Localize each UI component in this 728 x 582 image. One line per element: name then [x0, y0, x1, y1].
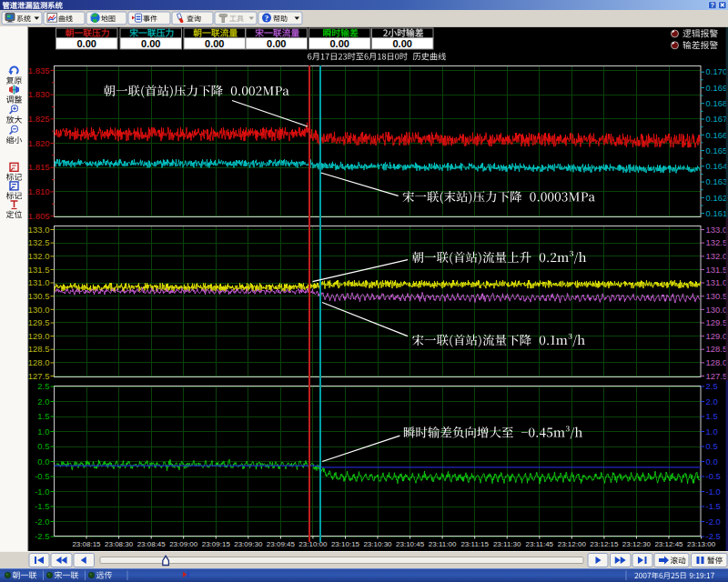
svg-text:0.165: 0.165: [706, 146, 728, 156]
svg-text:23:09:00: 23:09:00: [169, 540, 198, 548]
svg-text:0.170: 0.170: [706, 66, 728, 76]
svg-text:-1.0: -1.0: [706, 487, 721, 497]
svg-text:129.0: 129.0: [706, 331, 728, 341]
svg-text:130.5: 130.5: [706, 291, 728, 301]
svg-text:1.825: 1.825: [28, 114, 50, 124]
svg-text:23:12:15: 23:12:15: [590, 540, 619, 548]
svg-text:23:11:15: 23:11:15: [460, 540, 489, 548]
svg-text:131.0: 131.0: [706, 277, 728, 287]
svg-text:128.5: 128.5: [28, 344, 50, 354]
svg-text:23:08:30: 23:08:30: [105, 540, 134, 548]
svg-text:-0.5: -0.5: [706, 471, 721, 481]
svg-text:0.164: 0.164: [706, 161, 728, 171]
svg-text:2.0: 2.0: [706, 396, 718, 406]
svg-text:127.5: 127.5: [28, 371, 50, 381]
svg-text:-2.0: -2.0: [35, 517, 49, 527]
svg-text:23:10:15: 23:10:15: [331, 540, 360, 548]
svg-text:1.815: 1.815: [28, 162, 50, 172]
svg-text:131.0: 131.0: [28, 277, 50, 287]
svg-text:1.810: 1.810: [28, 186, 50, 196]
svg-text:23:08:45: 23:08:45: [137, 540, 167, 548]
svg-text:1.835: 1.835: [28, 65, 50, 75]
svg-text:23:10:00: 23:10:00: [298, 540, 328, 548]
svg-text:0.00: 0.00: [141, 38, 160, 49]
svg-text:-1.5: -1.5: [35, 501, 49, 511]
svg-text:130.0: 130.0: [706, 305, 728, 315]
svg-text:23:10:45: 23:10:45: [396, 540, 425, 548]
svg-text:?: ?: [265, 14, 269, 23]
svg-text:133.0: 133.0: [706, 225, 728, 235]
svg-text:23:11:30: 23:11:30: [493, 540, 521, 548]
svg-text:23:12:00: 23:12:00: [558, 540, 587, 548]
svg-text:23:11:00: 23:11:00: [429, 540, 457, 548]
svg-text:2.5: 2.5: [37, 381, 49, 391]
svg-text:1.5: 1.5: [37, 411, 49, 421]
svg-text:23:12:45: 23:12:45: [654, 540, 683, 548]
svg-text:0.161: 0.161: [706, 208, 728, 218]
svg-text:1.830: 1.830: [28, 89, 50, 99]
svg-text:0.0: 0.0: [706, 457, 718, 467]
svg-text:130.5: 130.5: [28, 291, 50, 301]
svg-text:23:10:30: 23:10:30: [363, 540, 392, 548]
svg-text:0.166: 0.166: [706, 130, 728, 140]
svg-text:128.0: 128.0: [28, 357, 50, 367]
svg-text:0.00: 0.00: [267, 38, 286, 49]
svg-text:1.805: 1.805: [28, 211, 50, 221]
svg-text:2.5: 2.5: [706, 381, 718, 391]
svg-text:132.0: 132.0: [706, 251, 728, 261]
svg-text:132.5: 132.5: [28, 237, 50, 247]
svg-text:132.0: 132.0: [28, 251, 50, 261]
svg-text:1.0: 1.0: [37, 426, 49, 436]
svg-text:-2.0: -2.0: [706, 517, 721, 527]
svg-text:1.5: 1.5: [706, 411, 718, 421]
svg-text:-1.5: -1.5: [706, 501, 721, 511]
svg-text:-2.5: -2.5: [35, 531, 49, 541]
svg-text:132.5: 132.5: [706, 237, 728, 247]
svg-text:127.5: 127.5: [706, 371, 728, 381]
svg-text:0.5: 0.5: [706, 441, 718, 451]
svg-text:23:13:00: 23:13:00: [687, 540, 716, 548]
svg-text:131.5: 131.5: [706, 265, 728, 275]
svg-text:128.0: 128.0: [706, 357, 728, 367]
svg-text:?: ?: [711, 1, 715, 9]
svg-text:0.162: 0.162: [706, 193, 728, 203]
svg-text:23:12:30: 23:12:30: [622, 540, 652, 548]
svg-text:129.5: 129.5: [706, 317, 728, 327]
svg-text:0.169: 0.169: [706, 83, 728, 93]
svg-text:129.5: 129.5: [28, 317, 50, 327]
svg-text:0.163: 0.163: [706, 176, 728, 186]
svg-text:0.00: 0.00: [76, 38, 96, 49]
svg-text:1.820: 1.820: [28, 138, 50, 148]
svg-text:0.00: 0.00: [205, 38, 224, 49]
svg-text:-0.5: -0.5: [35, 471, 49, 481]
svg-text:0.5: 0.5: [37, 441, 49, 451]
svg-text:23:08:15: 23:08:15: [72, 540, 101, 548]
svg-text:0.00: 0.00: [329, 38, 349, 49]
svg-text:0.168: 0.168: [706, 98, 728, 108]
svg-text:2.0: 2.0: [37, 396, 49, 406]
svg-text:23:09:30: 23:09:30: [234, 540, 263, 548]
svg-text:129.0: 129.0: [28, 331, 50, 341]
svg-text:0.167: 0.167: [706, 114, 728, 124]
svg-text:23:11:45: 23:11:45: [526, 540, 554, 548]
svg-text:23:09:45: 23:09:45: [267, 540, 296, 548]
svg-text:0.00: 0.00: [392, 38, 411, 49]
svg-text:128.5: 128.5: [706, 344, 728, 354]
svg-text:23:09:15: 23:09:15: [202, 540, 231, 548]
svg-text:1.0: 1.0: [706, 426, 718, 436]
svg-text:0.0: 0.0: [37, 457, 49, 467]
svg-text:131.5: 131.5: [28, 265, 50, 275]
svg-text:133.0: 133.0: [28, 225, 50, 235]
svg-text:-1.0: -1.0: [35, 487, 49, 497]
svg-text:130.0: 130.0: [28, 305, 50, 315]
